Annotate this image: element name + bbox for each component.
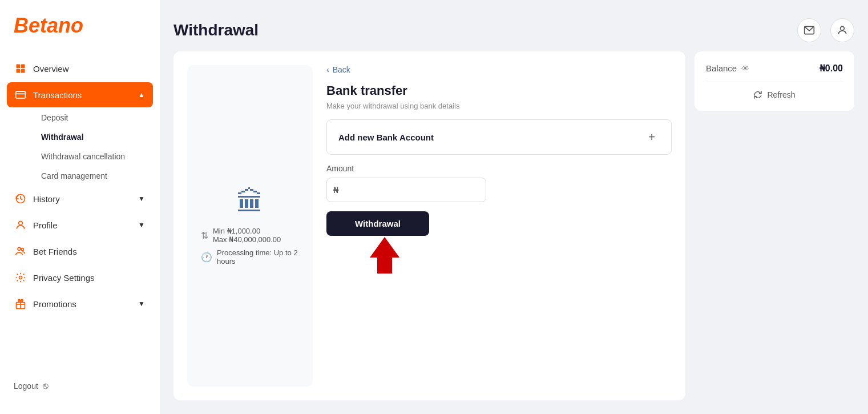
bank-transfer-title: Bank transfer [326,83,672,98]
balance-card: Balance 👁 ₦0.00 Refresh [695,51,854,111]
sidebar-footer: Logout ⎋ [0,372,160,400]
balance-amount: ₦0.00 [819,63,843,74]
amount-input[interactable] [326,178,486,202]
right-sidebar: Balance 👁 ₦0.00 Refresh [695,51,854,400]
svg-point-8 [18,247,21,250]
bank-transfer-subtitle: Make your withdrawal using bank details [326,102,672,110]
sidebar-item-transactions-label: Transactions [33,90,82,100]
refresh-label: Refresh [767,90,795,99]
withdrawal-button-container: Withdrawal [326,211,672,274]
processing-time-row: 🕐 Processing time: Up to 2 hours [201,248,299,266]
content-area: 🏛 ⇅ Min ₦1,000.00 Max ₦40,000,000.00 🕐 P… [173,51,854,400]
bank-transfer-form: ‹ Back Bank transfer Make your withdrawa… [326,65,672,387]
amount-input-wrap: ₦ [326,178,672,202]
arrow-shaft [377,258,392,274]
logo: Betano [0,14,160,56]
sidebar-sub-withdrawal[interactable]: Withdrawal [33,128,153,146]
processing-time: Processing time: Up to 2 hours [217,248,299,266]
gift-icon [15,298,26,310]
chevron-down-icon-profile: ▼ [138,221,145,229]
header-icons [797,18,854,42]
min-amount-row: ⇅ Min ₦1,000.00 Max ₦40,000,000.00 [201,227,299,244]
grid-icon [15,63,26,74]
brand-name: Betano [14,14,83,37]
bank-info-panel: 🏛 ⇅ Min ₦1,000.00 Max ₦40,000,000.00 🕐 P… [187,65,313,387]
withdrawal-button[interactable]: Withdrawal [326,211,429,236]
naira-prefix: ₦ [333,185,339,195]
transactions-sub-menu: Deposit Withdrawal Withdrawal cancellati… [7,108,153,185]
sidebar-sub-deposit[interactable]: Deposit [33,108,153,127]
sidebar-item-history[interactable]: History ▼ [7,186,153,211]
back-label: Back [333,65,350,74]
page-header: Withdrawal [173,18,854,42]
chevron-left-icon: ‹ [326,65,329,74]
mail-button[interactable] [797,18,821,42]
sidebar-item-bet-friends[interactable]: Bet Friends [7,239,153,264]
friends-icon [15,246,26,257]
svg-point-10 [19,276,22,279]
user-icon [837,25,848,36]
sidebar-item-transactions[interactable]: Transactions ▲ [7,82,153,107]
svg-rect-0 [17,65,21,69]
arrow-indicator [370,237,399,274]
add-account-label: Add new Bank Account [338,132,434,142]
svg-rect-2 [17,69,21,73]
sidebar-item-privacy-settings[interactable]: Privacy Settings [7,265,153,290]
profile-icon [15,219,26,231]
user-button[interactable] [830,18,854,42]
logout-label: Logout [14,381,38,391]
sidebar-item-promotions[interactable]: Promotions ▼ [7,291,153,316]
sidebar-sub-card-management[interactable]: Card management [33,167,153,185]
eye-icon[interactable]: 👁 [741,64,749,73]
refresh-button[interactable]: Refresh [706,82,843,99]
main-content: Withdrawal 🏛 ⇅ [160,0,868,414]
balance-label-wrap: Balance 👁 [706,63,749,73]
amount-section: Amount ₦ [326,164,672,202]
chevron-down-icon-promotions: ▼ [138,300,145,308]
plus-icon[interactable]: + [644,129,660,145]
bank-building-icon: 🏛 [236,186,264,218]
svg-rect-4 [16,91,26,98]
svg-point-13 [841,26,845,30]
logout-button[interactable]: Logout ⎋ [14,381,146,391]
page-title: Withdrawal [173,21,259,39]
arrow-head [370,237,399,258]
chevron-down-icon-history: ▼ [138,195,145,203]
withdrawal-card: 🏛 ⇅ Min ₦1,000.00 Max ₦40,000,000.00 🕐 P… [173,51,685,400]
amount-label: Amount [326,164,672,173]
sidebar-item-overview-label: Overview [33,64,69,74]
min-amount: Min ₦1,000.00 [213,227,281,235]
sidebar-item-overview[interactable]: Overview [7,56,153,81]
svg-rect-1 [21,65,25,69]
card-icon [15,89,26,101]
sidebar-sub-withdrawal-cancellation[interactable]: Withdrawal cancellation [33,147,153,166]
max-amount: Max ₦40,000,000.00 [213,235,281,244]
transfer-amounts: Min ₦1,000.00 Max ₦40,000,000.00 [213,227,281,244]
refresh-icon [753,90,762,99]
sidebar: Betano Overview Transactions ▲ [0,0,160,414]
chevron-up-icon: ▲ [138,91,145,99]
mail-icon [804,25,815,36]
sidebar-item-bet-friends-label: Bet Friends [33,247,77,256]
sidebar-item-privacy-settings-label: Privacy Settings [33,273,95,283]
history-icon [15,193,26,204]
sidebar-nav: Overview Transactions ▲ Deposit Withdraw… [0,56,160,372]
add-bank-account-row[interactable]: Add new Bank Account + [326,119,672,155]
sidebar-item-profile[interactable]: Profile ▼ [7,212,153,238]
transfer-info: ⇅ Min ₦1,000.00 Max ₦40,000,000.00 🕐 Pro… [201,227,299,266]
svg-point-9 [21,248,23,251]
svg-point-7 [19,221,23,225]
settings-icon [15,272,26,283]
sidebar-item-promotions-label: Promotions [33,299,76,309]
logout-icon: ⎋ [43,381,49,391]
back-button[interactable]: ‹ Back [326,65,350,74]
balance-label: Balance [706,63,737,73]
svg-rect-3 [21,69,25,73]
arrows-icon: ⇅ [201,230,208,241]
clock-icon: 🕐 [201,252,212,263]
balance-row: Balance 👁 ₦0.00 [706,63,843,74]
sidebar-item-history-label: History [33,194,60,204]
sidebar-item-profile-label: Profile [33,220,58,230]
